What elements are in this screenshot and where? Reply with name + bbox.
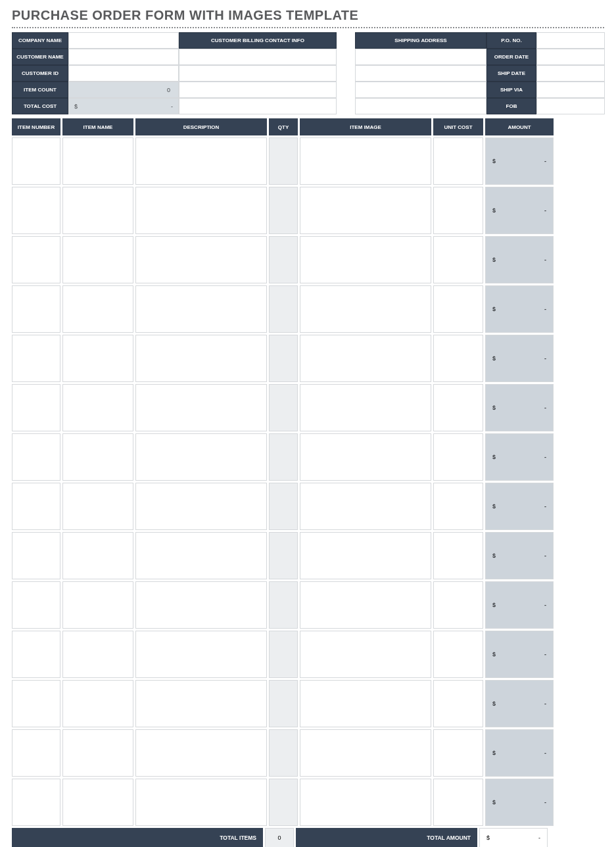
cell-item-name[interactable] <box>62 680 133 727</box>
cell-item-image[interactable] <box>300 137 431 185</box>
cell-item-number[interactable] <box>12 236 60 283</box>
cell-item-number[interactable] <box>12 631 60 678</box>
cell-item-name[interactable] <box>62 729 133 777</box>
shipping-r1[interactable] <box>355 49 486 65</box>
cell-unit-cost[interactable] <box>433 285 483 333</box>
shipping-r2[interactable] <box>355 65 486 82</box>
cell-qty[interactable] <box>269 433 298 481</box>
shipping-r3[interactable] <box>355 82 486 98</box>
cell-item-image[interactable] <box>300 335 431 382</box>
cell-item-number[interactable] <box>12 680 60 727</box>
cell-qty[interactable] <box>269 631 298 678</box>
cell-item-name[interactable] <box>62 483 133 530</box>
customer-name-cell[interactable] <box>68 49 179 65</box>
cell-unit-cost[interactable] <box>433 384 483 431</box>
cell-item-image[interactable] <box>300 680 431 727</box>
cell-item-name[interactable] <box>62 285 133 333</box>
cell-item-name[interactable] <box>62 631 133 678</box>
cell-description[interactable] <box>135 532 267 579</box>
cell-qty[interactable] <box>269 581 298 629</box>
order-date-cell[interactable] <box>536 49 605 65</box>
cell-item-number[interactable] <box>12 483 60 530</box>
ship-date-cell[interactable] <box>536 65 605 82</box>
cell-item-name[interactable] <box>62 187 133 234</box>
customer-id-cell[interactable] <box>68 65 179 82</box>
cell-description[interactable] <box>135 631 267 678</box>
cell-description[interactable] <box>135 236 267 283</box>
cell-description[interactable] <box>135 581 267 629</box>
cell-item-image[interactable] <box>300 729 431 777</box>
cell-item-image[interactable] <box>300 187 431 234</box>
cell-item-image[interactable] <box>300 532 431 579</box>
cell-item-image[interactable] <box>300 631 431 678</box>
cell-item-image[interactable] <box>300 433 431 481</box>
cell-unit-cost[interactable] <box>433 680 483 727</box>
cell-item-image[interactable] <box>300 779 431 826</box>
fob-cell[interactable] <box>536 98 605 114</box>
cell-item-name[interactable] <box>62 384 133 431</box>
cell-qty[interactable] <box>269 137 298 185</box>
cell-item-name[interactable] <box>62 137 133 185</box>
cell-description[interactable] <box>135 729 267 777</box>
po-no-cell[interactable] <box>536 32 605 49</box>
cell-item-number[interactable] <box>12 532 60 579</box>
cell-unit-cost[interactable] <box>433 335 483 382</box>
cell-item-number[interactable] <box>12 581 60 629</box>
cell-description[interactable] <box>135 335 267 382</box>
cell-unit-cost[interactable] <box>433 236 483 283</box>
cell-unit-cost[interactable] <box>433 433 483 481</box>
cell-item-number[interactable] <box>12 433 60 481</box>
billing-r4[interactable] <box>179 98 337 114</box>
cell-qty[interactable] <box>269 729 298 777</box>
cell-unit-cost[interactable] <box>433 729 483 777</box>
cell-item-name[interactable] <box>62 779 133 826</box>
ship-via-cell[interactable] <box>536 82 605 98</box>
cell-qty[interactable] <box>269 680 298 727</box>
cell-qty[interactable] <box>269 285 298 333</box>
cell-item-number[interactable] <box>12 729 60 777</box>
cell-unit-cost[interactable] <box>433 483 483 530</box>
cell-unit-cost[interactable] <box>433 631 483 678</box>
billing-r1[interactable] <box>179 49 337 65</box>
cell-qty[interactable] <box>269 236 298 283</box>
cell-item-name[interactable] <box>62 532 133 579</box>
cell-qty[interactable] <box>269 384 298 431</box>
shipping-r4[interactable] <box>355 98 486 114</box>
cell-item-name[interactable] <box>62 236 133 283</box>
company-name-cell[interactable] <box>68 32 179 49</box>
cell-item-number[interactable] <box>12 137 60 185</box>
cell-qty[interactable] <box>269 532 298 579</box>
cell-item-image[interactable] <box>300 236 431 283</box>
cell-item-image[interactable] <box>300 581 431 629</box>
cell-unit-cost[interactable] <box>433 137 483 185</box>
billing-r3[interactable] <box>179 82 337 98</box>
cell-item-name[interactable] <box>62 335 133 382</box>
cell-item-image[interactable] <box>300 483 431 530</box>
cell-description[interactable] <box>135 680 267 727</box>
cell-qty[interactable] <box>269 483 298 530</box>
cell-item-image[interactable] <box>300 285 431 333</box>
cell-item-number[interactable] <box>12 384 60 431</box>
cell-qty[interactable] <box>269 335 298 382</box>
cell-item-number[interactable] <box>12 187 60 234</box>
cell-unit-cost[interactable] <box>433 779 483 826</box>
cell-description[interactable] <box>135 285 267 333</box>
cell-item-name[interactable] <box>62 581 133 629</box>
cell-description[interactable] <box>135 384 267 431</box>
cell-item-number[interactable] <box>12 335 60 382</box>
cell-description[interactable] <box>135 779 267 826</box>
cell-qty[interactable] <box>269 187 298 234</box>
cell-unit-cost[interactable] <box>433 187 483 234</box>
cell-item-number[interactable] <box>12 779 60 826</box>
cell-description[interactable] <box>135 137 267 185</box>
cell-description[interactable] <box>135 483 267 530</box>
billing-r2[interactable] <box>179 65 337 82</box>
cell-description[interactable] <box>135 433 267 481</box>
cell-item-number[interactable] <box>12 285 60 333</box>
cell-unit-cost[interactable] <box>433 532 483 579</box>
cell-qty[interactable] <box>269 779 298 826</box>
cell-item-name[interactable] <box>62 433 133 481</box>
cell-description[interactable] <box>135 187 267 234</box>
cell-item-image[interactable] <box>300 384 431 431</box>
cell-unit-cost[interactable] <box>433 581 483 629</box>
